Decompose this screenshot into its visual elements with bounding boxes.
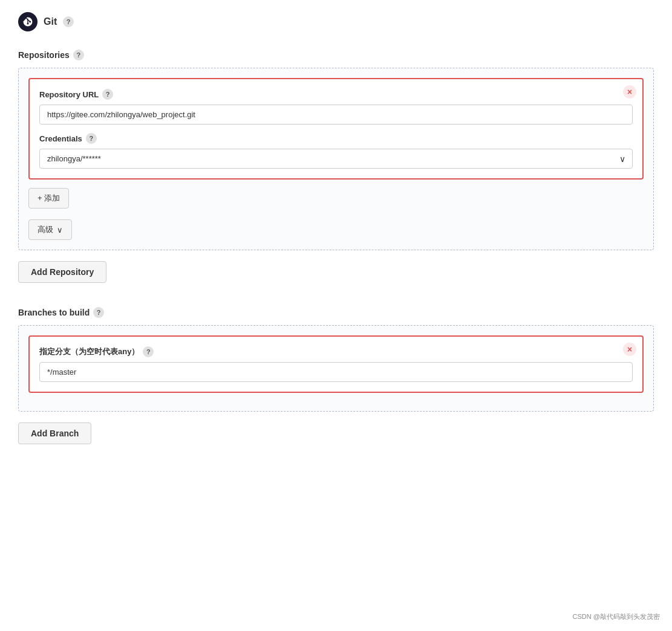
branch-field-help[interactable]: ? (143, 346, 154, 357)
add-branch-button[interactable]: Add Branch (18, 422, 91, 444)
add-button[interactable]: + 添加 (28, 188, 69, 209)
git-icon (18, 12, 38, 31)
repositories-container: × Repository URL ? Credentials ? zhilong… (18, 68, 654, 250)
advanced-button[interactable]: 高级 ∨ (28, 219, 72, 240)
branches-help-badge[interactable]: ? (93, 307, 104, 318)
credentials-select[interactable]: zhilongya/****** (39, 149, 633, 169)
page-title: Git (44, 16, 57, 27)
repo-url-input[interactable] (39, 105, 633, 125)
repo-url-label: Repository URL ? (39, 89, 633, 100)
page-header: Git ? (18, 12, 654, 31)
git-help-badge[interactable]: ? (63, 16, 74, 27)
add-repository-button[interactable]: Add Repository (18, 261, 106, 283)
repositories-help-badge[interactable]: ? (73, 50, 84, 60)
credentials-help[interactable]: ? (86, 133, 97, 144)
credentials-label: Credentials ? (39, 133, 633, 144)
repositories-section: Repositories ? × Repository URL ? Creden… (18, 50, 654, 301)
branches-label: Branches to build ? (18, 307, 654, 318)
repository-card: × Repository URL ? Credentials ? zhilong… (28, 78, 644, 180)
repositories-label: Repositories ? (18, 50, 654, 60)
repo-url-help[interactable]: ? (102, 89, 113, 100)
close-branch-button[interactable]: × (623, 343, 636, 356)
credentials-select-wrapper: zhilongya/****** (39, 149, 633, 169)
advanced-chevron-icon: ∨ (57, 225, 63, 235)
branches-container: × 指定分支（为空时代表any） ? (18, 325, 654, 412)
branches-section: Branches to build ? × 指定分支（为空时代表any） ? A… (18, 307, 654, 462)
branch-input[interactable] (39, 362, 633, 382)
branch-field-label: 指定分支（为空时代表any） ? (39, 346, 633, 357)
branch-card: × 指定分支（为空时代表any） ? (28, 335, 644, 393)
close-repo-button[interactable]: × (623, 85, 636, 99)
